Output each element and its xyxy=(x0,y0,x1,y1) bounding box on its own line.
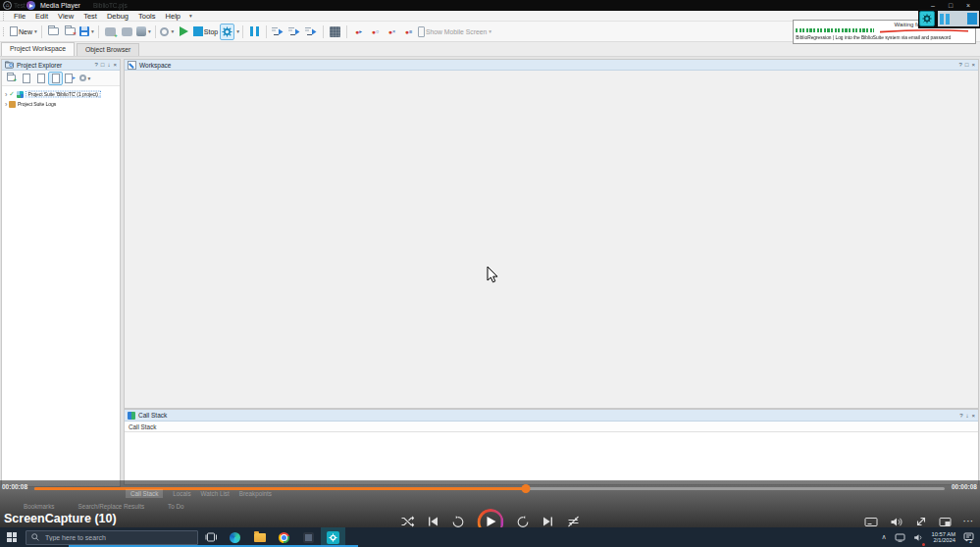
record-settings-button[interactable] xyxy=(120,24,134,40)
new-button[interactable]: New ▾ xyxy=(10,24,37,40)
dimmed-misc-tabs: Bookmarks Search/Replace Results To Do xyxy=(24,503,184,510)
mobile-phone-icon xyxy=(418,26,425,37)
open-project-button[interactable] xyxy=(46,24,61,40)
add-project-item-button[interactable]: + xyxy=(4,72,19,85)
import-item-button[interactable] xyxy=(48,72,63,85)
panel-pin-button[interactable]: ↓ xyxy=(107,62,110,68)
delete-breakpoints-button[interactable]: ●× xyxy=(385,24,399,40)
caret-icon: ▾ xyxy=(236,28,239,34)
expand-arrow-icon[interactable]: › xyxy=(5,101,7,108)
open-item-button[interactable] xyxy=(33,72,48,85)
add-new-item-button[interactable] xyxy=(19,72,33,85)
step-out-button[interactable] xyxy=(304,24,319,40)
menu-debug[interactable]: Debug xyxy=(102,12,133,21)
taskbar-edge-button[interactable] xyxy=(223,527,247,547)
notification-badge: 2 xyxy=(969,538,972,544)
panel-close-button[interactable]: × xyxy=(113,62,117,68)
taskbar-search[interactable] xyxy=(26,530,198,545)
taskbar-app-button[interactable] xyxy=(296,527,321,547)
search-input[interactable] xyxy=(43,533,192,542)
panel-float-button[interactable]: □ xyxy=(965,62,969,68)
toggle-breakpoint-button[interactable]: ●▸ xyxy=(351,24,366,40)
pause-button[interactable] xyxy=(247,24,262,40)
player-overlay: 00:00:08 00:00:08 Call Stack Locals Watc… xyxy=(0,480,980,527)
expand-arrow-icon[interactable]: › xyxy=(5,91,7,98)
miniplayer-button[interactable] xyxy=(939,517,952,527)
seek-handle[interactable] xyxy=(522,484,531,493)
next-button[interactable] xyxy=(542,516,553,527)
fullscreen-button[interactable] xyxy=(915,516,927,527)
pause-bar-icon xyxy=(946,14,950,25)
skip-forward-button[interactable] xyxy=(516,516,529,528)
workspace-title: Workspace xyxy=(139,62,171,69)
tab-object-browser[interactable]: Object Browser xyxy=(77,43,139,56)
panel-help-button[interactable]: ? xyxy=(959,62,962,68)
dimmed-tab-todo: To Do xyxy=(168,503,183,510)
panel-float-button[interactable]: □ xyxy=(101,62,105,68)
step-over-button[interactable] xyxy=(287,24,302,40)
inspect-breakpoint-button[interactable]: ●○ xyxy=(368,24,383,40)
hidden-icons-button[interactable]: ∧ xyxy=(881,533,886,541)
blue-square-icon xyxy=(967,13,977,25)
call-stack-column-header[interactable]: Call Stack xyxy=(125,422,978,432)
pause-bar-icon xyxy=(256,26,259,36)
stop-button[interactable]: Stop xyxy=(193,24,218,40)
panel-help-button[interactable]: ? xyxy=(95,62,98,68)
tree-item-label: Project Suite 'BiblioTC' (1 project) xyxy=(26,91,100,98)
display-tray-button[interactable] xyxy=(895,528,905,546)
skip-back-button[interactable] xyxy=(451,516,464,528)
tree-item-project-suite-logs[interactable]: › Project Suite Logs xyxy=(2,99,120,109)
panel-close-button[interactable]: × xyxy=(971,413,975,419)
taskbar-testcomplete-button[interactable] xyxy=(321,527,345,547)
menu-test[interactable]: Test xyxy=(78,12,102,21)
dimmed-tab-locals: Locals xyxy=(173,490,190,497)
data-generator-button[interactable]: ▾ xyxy=(136,24,151,40)
evaluate-button[interactable] xyxy=(328,24,342,40)
toolbar-grip xyxy=(3,27,7,36)
menu-file[interactable]: File xyxy=(9,12,30,21)
taskbar-chrome-button[interactable] xyxy=(272,527,296,547)
run-mode-button[interactable] xyxy=(220,24,234,40)
run-circle-icon xyxy=(160,27,169,36)
menu-edit[interactable]: Edit xyxy=(30,12,53,21)
volume-button[interactable] xyxy=(890,517,903,527)
notification-center-button[interactable]: 2 xyxy=(963,528,974,546)
menu-overflow-caret-icon[interactable]: ▾ xyxy=(185,13,196,19)
seek-filled xyxy=(34,487,526,490)
show-mobile-screen-button[interactable]: Show Mobile Screen ▾ xyxy=(418,24,491,40)
more-options-button[interactable]: ··· xyxy=(963,519,974,524)
run-item-button[interactable]: ▸ xyxy=(63,72,77,85)
repeat-off-button[interactable] xyxy=(566,516,580,527)
save-button[interactable]: ▾ xyxy=(79,24,94,40)
menu-view[interactable]: View xyxy=(53,12,78,21)
menu-tools[interactable]: Tools xyxy=(133,12,161,21)
testcomplete-indicator-icon[interactable] xyxy=(919,11,935,26)
screen: File Edit View Test Debug Tools Help ▾ N… xyxy=(0,0,980,547)
taskbar-explorer-button[interactable] xyxy=(247,527,272,547)
tree-item-project-suite[interactable]: › ✓ Project Suite 'BiblioTC' (1 project) xyxy=(2,89,120,99)
tab-project-workspace[interactable]: Project Workspace xyxy=(1,42,75,56)
volume-tray-button[interactable] xyxy=(913,528,924,546)
shuffle-button[interactable] xyxy=(400,516,414,527)
menu-help[interactable]: Help xyxy=(161,12,185,21)
new-page-icon xyxy=(10,26,18,36)
panel-close-button[interactable]: × xyxy=(971,62,975,68)
taskbar-clock[interactable]: 10:57 AM 2/1/2024 xyxy=(932,531,956,544)
close-project-button[interactable]: × xyxy=(63,24,77,40)
run-routine-button[interactable]: ▾ xyxy=(160,24,175,40)
step-into-button[interactable] xyxy=(271,24,285,40)
breakpoint-list-button[interactable]: ●≡ xyxy=(401,24,416,40)
project-explorer-panel: Project Explorer ? □ ↓ × + ▸ ▾ xyxy=(1,59,121,487)
cast-button[interactable] xyxy=(864,517,878,527)
previous-button[interactable] xyxy=(427,516,438,527)
explorer-options-button[interactable]: ▾ xyxy=(77,72,92,85)
record-test-button[interactable]: + xyxy=(103,24,118,40)
task-view-button[interactable] xyxy=(198,527,223,547)
ghost-title-text: Test xyxy=(14,2,26,9)
panel-help-button[interactable]: ? xyxy=(959,413,962,419)
panel-pin-button[interactable]: ↓ xyxy=(965,413,968,419)
start-button[interactable] xyxy=(0,527,24,547)
stop-square-icon xyxy=(193,26,203,36)
run-test-button[interactable] xyxy=(177,24,191,40)
home-icon[interactable]: ⌂ xyxy=(3,1,12,10)
